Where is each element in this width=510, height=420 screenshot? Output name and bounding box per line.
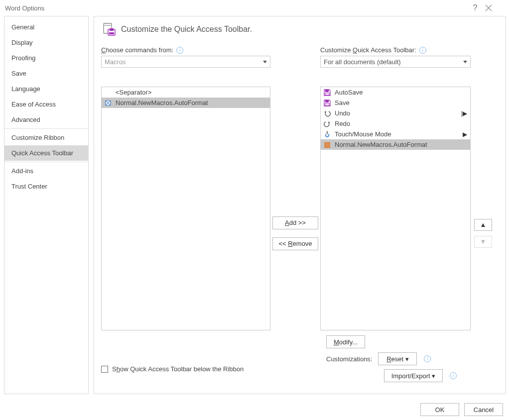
sidebar-item-language[interactable]: Language xyxy=(4,81,88,97)
svg-rect-11 xyxy=(325,100,329,103)
split-indicator-icon: |▶ xyxy=(461,110,467,117)
add-remove-column: Add >> << Remove xyxy=(270,46,320,330)
sidebar-separator xyxy=(4,162,88,162)
macro-icon xyxy=(104,99,113,107)
sidebar-item-display[interactable]: Display xyxy=(4,35,88,50)
choose-commands-label: Choose commands from: i xyxy=(101,46,270,54)
qat-listbox[interactable]: AutoSave Save Undo |▶ xyxy=(320,87,471,330)
svg-rect-3 xyxy=(109,32,114,34)
svg-point-8 xyxy=(109,104,110,105)
main-panel: Customize the Quick Access Toolbar. Choo… xyxy=(94,16,506,394)
save-icon xyxy=(323,99,332,107)
word-options-dialog: Word Options ? General Display Proofing … xyxy=(0,0,510,420)
info-icon[interactable]: i xyxy=(424,355,431,362)
save-icon xyxy=(323,88,332,97)
remove-button[interactable]: << Remove xyxy=(272,237,318,250)
redo-icon xyxy=(323,119,332,128)
reset-button[interactable]: Reset ▾ xyxy=(378,352,417,365)
sidebar-item-save[interactable]: Save xyxy=(4,66,88,81)
list-item-save[interactable]: Save xyxy=(321,98,470,108)
list-item-macro[interactable]: Normal.NewMacros.AutoFormat xyxy=(102,98,270,108)
submenu-indicator-icon: ▶ xyxy=(463,131,467,138)
dialog-footer: OK Cancel xyxy=(420,403,503,416)
choose-commands-dropdown[interactable]: Macros xyxy=(101,56,270,68)
category-sidebar: General Display Proofing Save Language E… xyxy=(4,16,89,394)
sidebar-item-proofing[interactable]: Proofing xyxy=(4,50,88,66)
list-item-autosave[interactable]: AutoSave xyxy=(321,87,470,98)
customize-qat-dropdown[interactable]: For all documents (default) xyxy=(320,56,471,68)
sidebar-item-customize-ribbon[interactable]: Customize Ribbon xyxy=(4,130,88,145)
sidebar-item-general[interactable]: General xyxy=(4,19,88,35)
svg-rect-15 xyxy=(324,144,330,146)
info-icon[interactable]: i xyxy=(419,47,426,54)
titlebar: Word Options ? xyxy=(0,0,510,16)
dropdown-value: For all documents (default) xyxy=(324,58,401,66)
modify-button[interactable]: Modify... xyxy=(326,335,365,348)
add-button[interactable]: Add >> xyxy=(272,216,318,229)
customize-qat-label: Customize Quick Access Toolbar: i xyxy=(320,46,471,54)
svg-point-5 xyxy=(106,101,107,102)
svg-point-13 xyxy=(327,131,328,132)
svg-rect-2 xyxy=(110,28,114,31)
info-icon[interactable]: i xyxy=(450,372,457,379)
sidebar-item-advanced[interactable]: Advanced xyxy=(4,112,88,127)
svg-point-6 xyxy=(109,101,110,102)
window-title: Word Options xyxy=(5,4,465,12)
list-item-redo[interactable]: Redo xyxy=(321,118,470,129)
reorder-column: ▲ ▼ xyxy=(471,46,496,330)
checkbox-box xyxy=(101,366,108,373)
list-item-separator[interactable]: <Separator> xyxy=(102,87,270,98)
help-button[interactable]: ? xyxy=(465,3,485,12)
qat-heading-icon xyxy=(101,21,117,37)
dropdown-value: Macros xyxy=(105,58,126,66)
import-export-button[interactable]: Import/Export ▾ xyxy=(384,369,443,382)
ok-button[interactable]: OK xyxy=(420,403,459,416)
chevron-down-icon xyxy=(463,61,467,63)
svg-rect-14 xyxy=(324,142,330,144)
list-item-undo[interactable]: Undo |▶ xyxy=(321,108,470,118)
move-down-button[interactable]: ▼ xyxy=(474,236,492,248)
qat-column: Customize Quick Access Toolbar: i For al… xyxy=(320,46,471,330)
list-item-macro[interactable]: Normal.NewMacros.AutoFormat xyxy=(321,139,470,150)
svg-rect-9 xyxy=(325,90,329,92)
customizations-label: Customizations: xyxy=(326,355,372,363)
sidebar-separator xyxy=(4,128,88,129)
sidebar-item-add-ins[interactable]: Add-ins xyxy=(4,163,88,179)
svg-point-7 xyxy=(106,104,107,105)
touch-icon xyxy=(323,130,332,139)
checkbox-label: Show Quick Access Toolbar below the Ribb… xyxy=(112,365,244,373)
chevron-down-icon xyxy=(263,61,267,63)
sidebar-item-trust-center[interactable]: Trust Center xyxy=(4,179,88,194)
list-item-touch-mouse[interactable]: Touch/Mouse Mode ▶ xyxy=(321,129,470,139)
svg-rect-16 xyxy=(324,146,330,148)
commands-column: Choose commands from: i Macros <Separato… xyxy=(101,46,270,330)
sidebar-item-ease-of-access[interactable]: Ease of Access xyxy=(4,97,88,112)
macro-icon xyxy=(323,140,332,149)
cancel-button[interactable]: Cancel xyxy=(464,403,503,416)
info-icon[interactable]: i xyxy=(176,47,183,54)
move-up-button[interactable]: ▲ xyxy=(474,219,492,231)
close-button[interactable] xyxy=(485,4,505,11)
panel-heading: Customize the Quick Access Toolbar. xyxy=(121,25,252,34)
sidebar-item-quick-access-toolbar[interactable]: Quick Access Toolbar xyxy=(4,145,88,161)
commands-listbox[interactable]: <Separator> Normal.NewMacros.AutoFormat xyxy=(101,87,270,330)
undo-icon xyxy=(323,109,332,118)
show-qat-below-ribbon-checkbox[interactable]: Show Quick Access Toolbar below the Ribb… xyxy=(101,365,320,373)
